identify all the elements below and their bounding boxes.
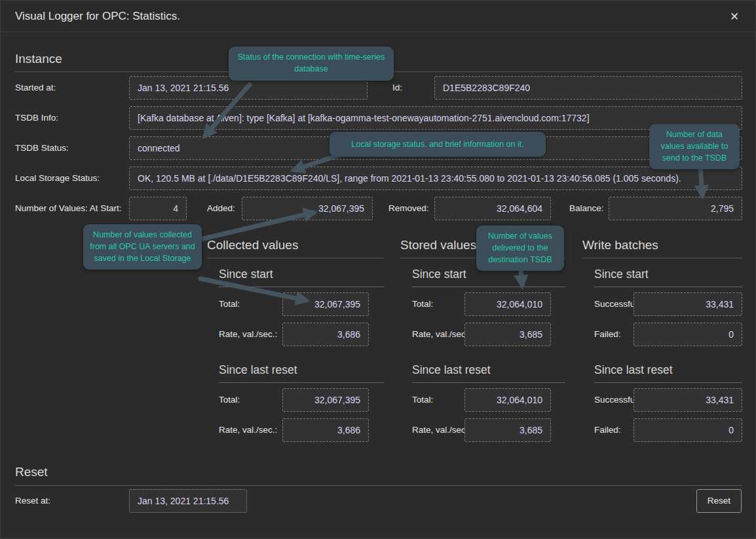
close-icon[interactable]: ✕: [724, 7, 745, 28]
tooltip-stored: Number of values delivered to the destin…: [476, 226, 564, 271]
id-label: Id:: [392, 76, 402, 100]
added-label: Added:: [207, 197, 235, 220]
batches-sr-successful-field[interactable]: 33,431: [633, 388, 742, 412]
collected-since-reset-divider: [219, 382, 384, 383]
collected-sr-rate-label: Rate, val./sec.:: [219, 418, 277, 442]
title-bar: Visual Logger for OPC: Statistics. ✕: [1, 1, 755, 32]
collected-divider: [207, 258, 384, 258]
removed-label: Removed:: [388, 197, 429, 220]
instance-section-title: Instance: [15, 52, 62, 66]
reset-section-title: Reset: [15, 465, 48, 479]
stored-sr-rate-field[interactable]: 3,685: [464, 418, 551, 442]
removed-field[interactable]: 32,064,604: [434, 197, 551, 220]
reset-at-label: Reset at:: [15, 489, 50, 513]
collected-values-title: Collected values: [207, 238, 298, 252]
stored-sr-total-label: Total:: [412, 388, 433, 412]
stored-ss-rate-field[interactable]: 3,685: [464, 323, 551, 346]
collected-since-reset-title: Since last reset: [219, 363, 297, 377]
stored-ss-total-field[interactable]: 32,064,010: [464, 292, 551, 316]
stored-ss-rate-label: Rate, val./sec.:: [412, 323, 470, 346]
reset-divider: [15, 485, 742, 486]
batches-sr-failed-label: Failed:: [594, 418, 621, 442]
batches-since-start-title: Since start: [594, 268, 649, 281]
started-at-label: Started at:: [15, 76, 56, 100]
collected-since-start-divider: [219, 287, 384, 287]
collected-since-start-title: Since start: [219, 268, 273, 281]
balance-label: Balance:: [569, 197, 604, 220]
stored-sr-total-field[interactable]: 32,064,010: [464, 388, 551, 412]
batches-since-reset-title: Since last reset: [594, 363, 673, 377]
added-field[interactable]: 32,067,395: [242, 197, 373, 220]
stored-values-title: Stored values: [400, 238, 476, 252]
stored-ss-total-label: Total:: [412, 292, 433, 316]
reset-button[interactable]: Reset: [696, 489, 742, 513]
batches-since-reset-divider: [594, 382, 742, 383]
batches-divider: [582, 258, 742, 258]
tooltip-collected: Number of values collected from all OPC …: [83, 224, 202, 270]
batches-ss-successful-field[interactable]: 33,431: [633, 292, 742, 316]
stored-sr-rate-label: Rate, val./sec.:: [412, 418, 470, 442]
balance-field[interactable]: 2,795: [609, 197, 742, 220]
collected-ss-total-field[interactable]: 32,067,395: [282, 292, 369, 316]
collected-ss-rate-label: Rate, val./sec.:: [219, 323, 277, 346]
collected-sr-total-field[interactable]: 32,067,395: [282, 388, 369, 412]
stored-since-start-title: Since start: [412, 268, 466, 281]
window-title: Visual Logger for OPC: Statistics.: [15, 1, 180, 32]
collected-sr-rate-field[interactable]: 3,686: [282, 418, 369, 442]
batches-sr-failed-field[interactable]: 0: [633, 418, 742, 442]
number-of-values-label: Number of Values: At Start:: [15, 197, 122, 220]
write-batches-title: Write batches: [582, 238, 658, 252]
tooltip-tsdb-status: Status of the connection with time-serie…: [229, 47, 394, 81]
batches-ss-failed-field[interactable]: 0: [633, 323, 742, 346]
tooltip-balance: Number of data values available to send …: [649, 124, 740, 169]
stored-since-reset-divider: [412, 382, 565, 383]
batches-sr-successful-label: Successful:: [594, 388, 639, 412]
local-storage-status-label: Local Storage Status:: [15, 167, 100, 190]
collected-ss-rate-field[interactable]: 3,686: [282, 323, 369, 346]
batches-ss-failed-label: Failed:: [594, 323, 621, 346]
statistics-dialog: Visual Logger for OPC: Statistics. ✕ Ins…: [0, 0, 756, 539]
batches-since-start-divider: [594, 287, 742, 287]
stored-since-reset-title: Since last reset: [412, 363, 491, 377]
at-start-field[interactable]: 4: [129, 197, 187, 220]
collected-sr-total-label: Total:: [219, 388, 240, 412]
tsdb-info-label: TSDB Info:: [15, 106, 58, 130]
reset-at-field[interactable]: Jan 13, 2021 21:15.56: [129, 489, 247, 513]
id-field[interactable]: D1E5B2283C89F240: [434, 76, 742, 100]
stored-since-start-divider: [412, 287, 565, 287]
batches-ss-successful-label: Successful:: [594, 292, 639, 316]
tooltip-local-storage: Local storage status. and brief informat…: [330, 132, 546, 157]
local-storage-status-field[interactable]: OK, 120.5 MB at [./data/D1E5B2283C89F240…: [129, 167, 742, 190]
collected-ss-total-label: Total:: [219, 292, 240, 316]
tsdb-status-label: TSDB Status:: [15, 136, 69, 160]
